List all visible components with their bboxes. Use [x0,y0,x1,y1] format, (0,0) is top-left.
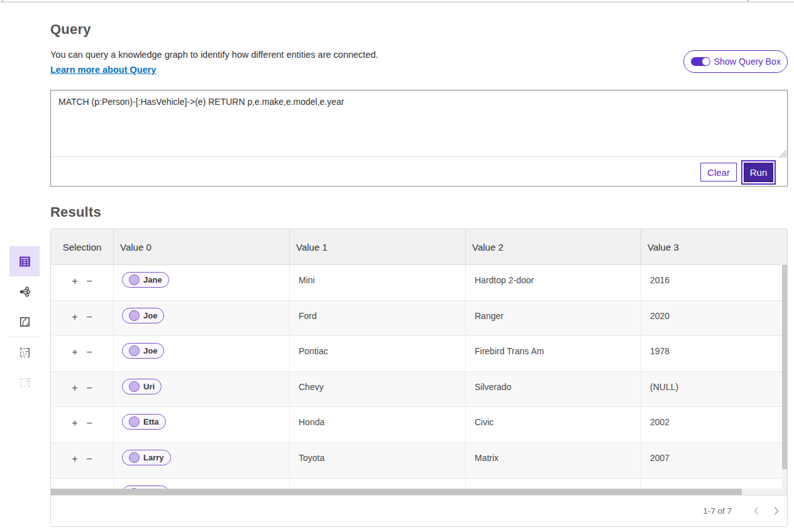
cell-value3: 2002 [641,407,787,442]
query-input[interactable] [51,90,787,157]
entity-circle-icon [129,416,140,427]
page-description: You can query a knowledge graph to ident… [50,50,378,60]
entity-cell: Uri [113,372,289,407]
column-header-value1: Value 1 [289,229,465,264]
entity-pill[interactable]: Larry [122,450,171,465]
remove-from-selection-button[interactable]: − [85,381,94,394]
entity-name: Etta [143,417,159,426]
cell-value2: Matrix [465,443,641,478]
entity-pill[interactable]: Uri [122,379,162,394]
add-to-selection-button[interactable]: + [71,452,79,465]
table-icon [19,256,30,267]
add-to-selection-button[interactable]: + [71,345,79,359]
show-query-box-toggle[interactable]: Show Query Box [683,50,788,73]
vertical-scrollbar[interactable] [782,265,787,489]
entity-cell: Jane [113,265,289,300]
map-icon [19,317,30,327]
add-to-selection-button[interactable]: + [71,381,79,394]
sidebar-item-add-selection-to-map[interactable] [9,367,40,398]
add-to-selection-button[interactable]: + [71,416,79,430]
selection-map-icon [19,347,30,358]
sidebar-item-link-chart-view[interactable] [9,276,40,307]
remove-from-selection-button[interactable]: − [85,310,94,323]
pagination-next-button[interactable] [769,504,784,519]
remove-from-selection-button[interactable]: − [85,416,94,430]
entity-circle-icon [129,310,140,321]
run-button[interactable]: Run [744,163,773,182]
entity-cell: Etta [113,407,289,442]
table-row: + − Uri Chevy Silverado (NULL) [51,372,787,408]
column-header-selection: Selection [51,229,113,264]
table-pagination: 1-7 of 7 [51,495,787,526]
entity-pill[interactable]: Jane [122,272,169,288]
column-header-value0: Value 0 [113,229,289,264]
cell-value2 [465,479,641,489]
entity-name: Joe [143,311,157,320]
tab-divider-right [747,0,749,2]
cell-value2: Firebird Trans Am [465,336,641,371]
results-title: Results [50,204,101,220]
cell-value3: 2020 [641,301,787,336]
entity-pill[interactable]: Joe [122,343,164,359]
chevron-right-icon [774,507,779,515]
horizontal-scrollbar-thumb[interactable] [51,489,742,495]
selection-cell: + − [51,443,113,478]
pagination-label: 1-7 of 7 [703,506,732,516]
entity-cell: Joe [113,336,289,371]
table-row: + − [51,479,787,489]
cell-value1: Mini [289,265,465,300]
remove-from-selection-button[interactable]: − [85,274,94,288]
selection-cell: + − [51,407,113,442]
cell-value2: Silverado [465,372,641,407]
results-table: Selection Value 0 Value 1 Value 2 Value … [50,229,788,527]
entity-name: Larry [143,453,164,462]
table-row: + − Joe Pontiac Firebird Trans Am 1978 [51,336,787,372]
run-button-focus-ring: Run [741,160,776,185]
query-page: Query You can query a knowledge graph to… [0,0,794,532]
learn-more-link[interactable]: Learn more about Query [50,65,156,75]
pagination-prev-button[interactable] [749,504,764,519]
remove-from-selection-button[interactable]: − [85,452,94,465]
page-title: Query [50,21,91,38]
cell-value3: 2007 [641,443,787,478]
vertical-scrollbar-thumb[interactable] [782,265,787,469]
add-to-selection-button[interactable]: + [71,310,79,323]
entity-name: Joe [143,346,157,356]
cell-value2: Civic [465,407,641,442]
add-to-selection-button[interactable]: + [71,274,79,288]
cell-value3: 2016 [641,265,787,300]
table-row: + − Joe Ford Ranger 2020 [51,301,787,337]
remove-from-selection-button[interactable]: − [85,345,94,359]
sidebar-item-map-view[interactable] [9,307,40,337]
sidebar-item-new-map-from-selection[interactable] [9,337,40,367]
entity-pill[interactable]: Etta [122,414,166,430]
tab-divider-left [2,0,3,2]
top-tab-bar-edge [0,1,794,3]
cell-value3: (NULL) [641,372,787,407]
link-chart-icon [19,286,30,297]
cell-value1: Ford [289,301,465,336]
query-panel-footer: Clear Run [51,156,787,186]
cell-value1: Honda [289,407,465,442]
sidebar-item-table-view[interactable] [9,246,40,276]
selection-cell: + − [51,336,113,371]
toggle-switch-icon[interactable] [691,57,710,66]
selection-cell: + − [51,372,113,407]
entity-cell [113,479,289,489]
cell-value2: Ranger [465,301,641,336]
toggle-label: Show Query Box [714,57,781,67]
entity-name: Uri [143,382,155,391]
cell-value1: Chevy [289,372,465,407]
horizontal-scrollbar[interactable] [51,489,787,495]
selection-cell: + − [51,265,113,300]
clear-button[interactable]: Clear [700,163,737,182]
view-sidebar [9,246,40,398]
cell-value1: Pontiac [289,336,465,371]
selection-map-disabled-icon [19,377,30,388]
cell-value3 [641,479,787,489]
cell-value1 [289,479,465,489]
table-row: + − Jane Mini Hardtop 2-door 2016 [51,265,787,301]
table-header-row: Selection Value 0 Value 1 Value 2 Value … [51,229,787,265]
cell-value2: Hardtop 2-door [465,265,641,300]
entity-pill[interactable]: Joe [122,308,164,323]
